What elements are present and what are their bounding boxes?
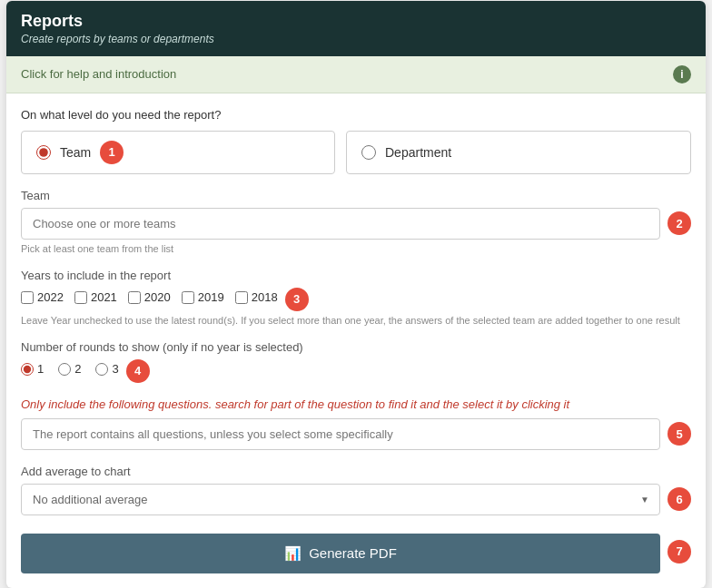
- team-input[interactable]: [21, 208, 660, 240]
- round-1-radio[interactable]: [21, 363, 34, 376]
- department-radio-input[interactable]: [361, 145, 376, 160]
- badge-3: 3: [285, 288, 309, 311]
- years-label: Years to include in the report: [21, 269, 691, 282]
- team-section: Team 2 Pick at least one team from the l…: [21, 189, 691, 254]
- year-2019[interactable]: 2019: [182, 290, 224, 304]
- team-radio-option[interactable]: Team 1: [21, 131, 335, 174]
- round-3[interactable]: 3: [95, 362, 118, 376]
- header-title: Reports: [21, 12, 691, 31]
- team-field-label: Team: [21, 189, 691, 202]
- rounds-section: Number of rounds to show (only if no yea…: [21, 340, 691, 383]
- main-card: Reports Create reports by teams or depar…: [6, 1, 706, 588]
- year-2020[interactable]: 2020: [128, 290, 171, 304]
- round-2-radio[interactable]: [58, 363, 71, 376]
- department-radio-option[interactable]: Department: [346, 131, 691, 174]
- badge-5: 5: [668, 422, 691, 446]
- years-section: Years to include in the report 2022 2021…: [21, 269, 691, 326]
- help-bar[interactable]: Click for help and introduction i: [6, 56, 706, 93]
- header-subtitle: Create reports by teams or departments: [21, 33, 691, 45]
- header: Reports Create reports by teams or depar…: [6, 1, 706, 56]
- badge-1: 1: [100, 141, 124, 164]
- average-select[interactable]: No additional average Global average Dep…: [21, 484, 660, 515]
- year-2021-checkbox[interactable]: [74, 291, 87, 304]
- year-2022[interactable]: 2022: [21, 290, 64, 304]
- round-2[interactable]: 2: [58, 362, 81, 376]
- team-hint: Pick at least one team from the list: [21, 243, 691, 254]
- year-2018-checkbox[interactable]: [235, 291, 248, 304]
- year-2020-checkbox[interactable]: [128, 291, 141, 304]
- questions-label: Only include the following questions. se…: [21, 397, 691, 411]
- average-section: Add average to chart No additional avera…: [21, 465, 691, 515]
- years-hint: Leave Year unchecked to use the latest r…: [21, 315, 691, 326]
- level-question: On what level do you need the report?: [21, 108, 691, 122]
- year-2021[interactable]: 2021: [74, 290, 117, 304]
- team-option-wrapper: Team 1: [21, 131, 335, 174]
- average-label: Add average to chart: [21, 465, 691, 478]
- generate-wrapper: 📊 Generate PDF 7: [21, 530, 691, 573]
- questions-section: Only include the following questions. se…: [21, 397, 691, 450]
- generate-pdf-button[interactable]: 📊 Generate PDF: [21, 534, 660, 573]
- generate-icon: 📊: [284, 545, 302, 562]
- content-area: On what level do you need the report? Te…: [6, 93, 706, 588]
- team-radio-label: Team: [60, 145, 91, 160]
- rounds-options: 1 2 3: [21, 362, 119, 376]
- generate-label: Generate PDF: [309, 545, 397, 561]
- help-bar-text: Click for help and introduction: [21, 67, 176, 81]
- department-radio-label: Department: [385, 145, 451, 160]
- year-2018[interactable]: 2018: [235, 290, 278, 304]
- badge-7: 7: [668, 540, 691, 564]
- badge-6: 6: [668, 487, 691, 511]
- info-icon[interactable]: i: [673, 65, 691, 83]
- years-checkboxes: 2022 2021 2020 2019: [21, 290, 278, 304]
- round-1[interactable]: 1: [21, 362, 44, 376]
- year-2019-checkbox[interactable]: [182, 291, 194, 304]
- questions-input[interactable]: [21, 418, 660, 450]
- level-options-row: Team 1 Department: [21, 131, 691, 174]
- year-2022-checkbox[interactable]: [21, 291, 34, 304]
- badge-4: 4: [126, 359, 150, 383]
- badge-2: 2: [668, 211, 691, 235]
- round-3-radio[interactable]: [95, 363, 108, 376]
- rounds-label: Number of rounds to show (only if no yea…: [21, 340, 691, 354]
- team-radio-input[interactable]: [36, 145, 51, 160]
